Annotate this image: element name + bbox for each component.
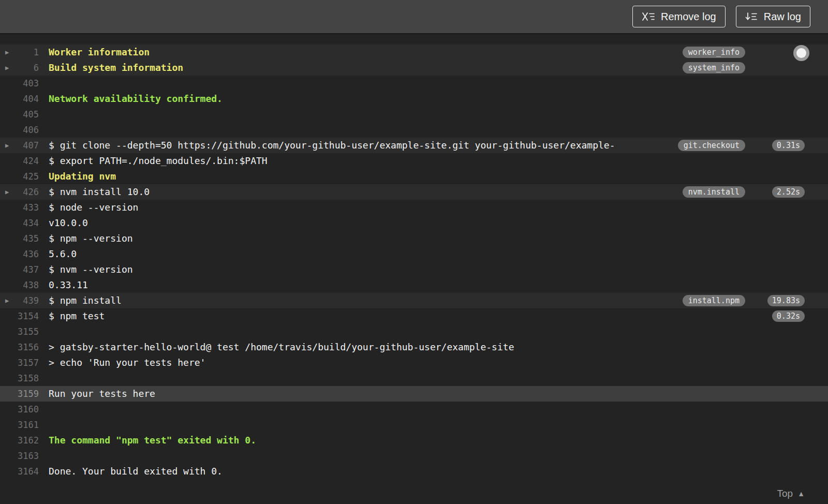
log-row: 3161 <box>0 417 828 433</box>
log-text: $ node --version <box>49 200 138 215</box>
remove-log-icon <box>642 12 655 21</box>
log-text: > echo 'Run your tests here' <box>49 355 205 370</box>
log-text: $ npm --version <box>49 231 133 246</box>
line-number-link[interactable]: 433 <box>0 200 39 215</box>
stage-tag-badge: system_info <box>683 62 745 73</box>
log-row: 434v10.0.0 <box>0 215 828 231</box>
line-number-link[interactable]: 438 <box>0 277 39 293</box>
line-number-link[interactable]: 434 <box>0 215 39 231</box>
scroll-to-top-link[interactable]: Top ▲ <box>0 483 828 504</box>
line-number-link[interactable]: 425 <box>0 169 39 184</box>
log-row: ▶426$ nvm install 10.0nvm.install2.52s <box>0 184 828 200</box>
line-number-link[interactable]: 3160 <box>0 402 39 417</box>
build-log: ▶1Worker informationworker_info▶6Build s… <box>0 34 828 483</box>
log-text: > gatsby-starter-hello-world@ test /home… <box>49 339 514 355</box>
stage-tag-badge: nvm.install <box>683 186 745 198</box>
log-row: 3158 <box>0 370 828 386</box>
line-number-link[interactable]: 403 <box>0 76 39 91</box>
remove-log-label: Remove log <box>661 11 716 23</box>
line-number-link[interactable]: 436 <box>0 246 39 262</box>
log-row: 3156> gatsby-starter-hello-world@ test /… <box>0 339 828 355</box>
line-number-link[interactable]: 3156 <box>0 339 39 355</box>
log-text: v10.0.0 <box>49 215 88 231</box>
line-number-link[interactable]: 404 <box>0 91 39 107</box>
log-text: 0.33.11 <box>49 277 88 293</box>
line-number-link[interactable]: 405 <box>0 107 39 122</box>
log-toolbar: Remove log Raw log <box>0 0 828 34</box>
log-text: Worker information <box>49 45 150 60</box>
log-text: 5.6.0 <box>49 246 77 262</box>
log-rows: ▶1Worker informationworker_info▶6Build s… <box>0 45 828 479</box>
line-number-link[interactable]: 3158 <box>0 370 39 386</box>
line-number-link[interactable]: 3154 <box>0 308 39 324</box>
line-number-link[interactable]: 437 <box>0 262 39 277</box>
stage-tag-badge: install.npm <box>683 295 745 306</box>
log-text: Build system information <box>49 60 183 76</box>
stage-tag-badge: worker_info <box>683 47 745 58</box>
scroll-indicator-dot <box>796 48 806 58</box>
log-row: 3162The command "npm test" exited with 0… <box>0 433 828 448</box>
log-text: $ export PATH=./node_modules/.bin:$PATH <box>49 153 268 169</box>
duration-badge: 0.32s <box>772 310 805 322</box>
log-row: ▶439$ npm installinstall.npm19.83s <box>0 293 828 308</box>
line-number-link[interactable]: 3163 <box>0 448 39 464</box>
log-row: 4380.33.11 <box>0 277 828 293</box>
line-number-link[interactable]: 424 <box>0 153 39 169</box>
stage-tag-badge: git.checkout <box>678 140 745 151</box>
log-row: 4365.6.0 <box>0 246 828 262</box>
log-row: 403 <box>0 76 828 91</box>
line-number-link[interactable]: 426 <box>0 184 39 200</box>
log-row: ▶6Build system informationsystem_info <box>0 60 828 76</box>
log-row: 405 <box>0 107 828 122</box>
log-row: 406 <box>0 122 828 138</box>
line-number-link[interactable]: 1 <box>0 45 39 60</box>
log-text: Network availability confirmed. <box>49 91 223 107</box>
log-text: $ npm test <box>49 308 105 324</box>
log-text: Done. Your build exited with 0. <box>49 464 223 479</box>
log-text: The command "npm test" exited with 0. <box>49 433 256 448</box>
log-row: 437$ nvm --version <box>0 262 828 277</box>
line-number-link[interactable]: 439 <box>0 293 39 308</box>
raw-log-icon <box>745 12 758 21</box>
line-number-link[interactable]: 3159 <box>0 386 39 402</box>
line-number-link[interactable]: 3157 <box>0 355 39 370</box>
line-number-link[interactable]: 3161 <box>0 417 39 433</box>
line-number-link[interactable]: 406 <box>0 122 39 138</box>
log-row: 3160 <box>0 402 828 417</box>
line-number-link[interactable]: 3155 <box>0 324 39 339</box>
log-text: Run your tests here <box>49 386 155 402</box>
top-label: Top <box>777 488 793 499</box>
line-number-link[interactable]: 6 <box>0 60 39 76</box>
log-row: 424$ export PATH=./node_modules/.bin:$PA… <box>0 153 828 169</box>
log-row: 3154$ npm test0.32s <box>0 308 828 324</box>
duration-badge: 2.52s <box>772 186 805 198</box>
duration-badge: 0.31s <box>772 140 805 151</box>
log-row: 3155 <box>0 324 828 339</box>
duration-badge: 19.83s <box>767 295 805 306</box>
raw-log-label: Raw log <box>764 11 801 23</box>
raw-log-button[interactable]: Raw log <box>736 6 810 27</box>
line-number-link[interactable]: 407 <box>0 138 39 153</box>
log-row: ▶407$ git clone --depth=50 https://githu… <box>0 138 828 153</box>
log-row: ▶1Worker informationworker_info <box>0 45 828 60</box>
line-number-link[interactable]: 3162 <box>0 433 39 448</box>
log-row: 435$ npm --version <box>0 231 828 246</box>
log-row: 3159Run your tests here <box>0 386 828 402</box>
log-text: $ nvm --version <box>49 262 133 277</box>
line-number-link[interactable]: 435 <box>0 231 39 246</box>
line-number-link[interactable]: 3164 <box>0 464 39 479</box>
scroll-indicator[interactable] <box>793 45 809 61</box>
log-text: Updating nvm <box>49 169 116 184</box>
log-text: $ git clone --depth=50 https://github.co… <box>49 138 615 153</box>
log-row: 404Network availability confirmed. <box>0 91 828 107</box>
log-row: 433$ node --version <box>0 200 828 215</box>
arrow-up-icon: ▲ <box>797 490 805 498</box>
log-row: 3164Done. Your build exited with 0. <box>0 464 828 479</box>
remove-log-button[interactable]: Remove log <box>632 6 726 27</box>
log-text: $ npm install <box>49 293 122 308</box>
log-row: 3157> echo 'Run your tests here' <box>0 355 828 370</box>
log-row: 425Updating nvm <box>0 169 828 184</box>
log-row: 3163 <box>0 448 828 464</box>
log-text: $ nvm install 10.0 <box>49 184 150 200</box>
